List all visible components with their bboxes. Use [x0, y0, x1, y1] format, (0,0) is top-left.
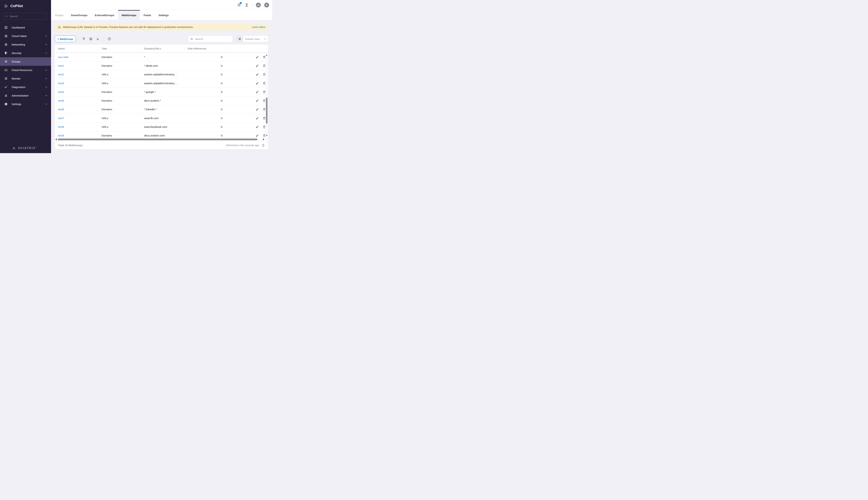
webgroup-name-link[interactable]: test5	[58, 99, 64, 102]
scroll-up-arrow[interactable]	[266, 54, 267, 56]
sidebar-item-cloud-fabric[interactable]: Cloud Fabric	[0, 32, 51, 40]
webgroup-name-link[interactable]: test7	[58, 117, 64, 120]
webgroup-name-cell: test8	[55, 125, 99, 128]
horizontal-scroll-track[interactable]	[58, 138, 261, 140]
edit-icon[interactable]	[256, 73, 259, 76]
column-header-domains[interactable]: Domains/URLs	[142, 47, 185, 50]
webgroup-rule-refs-cell: 0	[185, 56, 227, 59]
table-search-input[interactable]	[195, 37, 230, 41]
sidebar: CoPilot Dashboard Cloud Fabric Networkin…	[0, 0, 51, 153]
webgroup-rule-refs-cell: 0	[185, 108, 227, 111]
column-header-rule-references[interactable]: Rule References	[185, 47, 227, 50]
edit-icon[interactable]	[256, 108, 259, 111]
edit-icon[interactable]	[256, 134, 259, 137]
scroll-right-arrow[interactable]	[263, 138, 264, 140]
table-row: test2 URLs aviatrix.ai/platform/enterp… …	[55, 70, 268, 79]
row-actions	[227, 82, 268, 85]
content: WebGroups (URL Based) is in Preview. Pre…	[51, 20, 272, 153]
app-title: CoPilot	[10, 4, 23, 8]
edit-icon[interactable]	[256, 117, 259, 120]
table-search[interactable]	[188, 36, 233, 42]
aviatrix-logo-text: AVIATRIX®	[18, 146, 37, 150]
sidebar-item-icon	[4, 26, 8, 29]
aviatrix-avatar-icon	[256, 3, 260, 7]
collapse-menu-icon[interactable]	[4, 4, 8, 8]
table-row: test4 Domains *.google.* 0	[55, 88, 268, 96]
column-header-name[interactable]: Name	[55, 47, 99, 50]
webgroup-domains-cell: *	[142, 56, 185, 59]
row-actions	[227, 73, 268, 76]
vertical-scrollbar	[265, 53, 268, 141]
sidebar-item-settings[interactable]: Settings	[0, 100, 51, 108]
webgroup-rule-refs-cell: 0	[185, 82, 227, 85]
horizontal-scroll-thumb[interactable]	[58, 138, 258, 140]
chevron-down-icon	[45, 94, 48, 97]
sidebar-search-input[interactable]	[9, 14, 45, 18]
column-resize-handle[interactable]	[227, 46, 227, 51]
columns-icon[interactable]	[89, 37, 93, 41]
webgroup-name-link[interactable]: test1	[58, 64, 64, 67]
edit-icon[interactable]	[256, 82, 259, 85]
edit-icon[interactable]	[256, 125, 259, 128]
webgroup-name-link[interactable]: test6	[58, 108, 64, 111]
download-icon[interactable]	[95, 37, 100, 41]
tab-groups: Groups	[52, 10, 67, 20]
tasks-hourglass-icon[interactable]	[244, 3, 249, 7]
tab-smartgroups[interactable]: SmartGroups	[67, 10, 91, 20]
user-avatar[interactable]: A	[264, 3, 269, 8]
vertical-scroll-thumb[interactable]	[266, 98, 267, 124]
column-resize-handle[interactable]	[142, 46, 142, 51]
sidebar-item-icon	[4, 68, 8, 72]
tab-settings[interactable]: Settings	[155, 10, 172, 20]
aviatrix-avatar[interactable]	[256, 3, 261, 8]
sidebar-item-cloud-resources[interactable]: Cloud Resources	[0, 66, 51, 74]
edit-icon[interactable]	[256, 64, 259, 67]
webgroup-name-link[interactable]: test4	[58, 90, 64, 93]
notifications-button[interactable]	[237, 3, 241, 7]
search-icon	[5, 15, 8, 18]
chevron-down-icon	[45, 103, 48, 105]
webgroup-name-link[interactable]: test3	[58, 82, 64, 85]
webgroup-domains-cell: www.facebook.com	[142, 125, 185, 128]
toolbar: + WebGroup Default View	[55, 36, 268, 42]
sidebar-item-label: Settings	[12, 103, 45, 106]
sidebar-item-diagnostics[interactable]: Diagnostics	[0, 83, 51, 91]
tab-feeds[interactable]: Feeds	[140, 10, 155, 20]
sidebar-item-security[interactable]: Security	[0, 49, 51, 57]
webgroups-table-card: Name Type Domains/URLs Rule References a…	[55, 45, 268, 149]
preview-warning-banner: WebGroups (URL Based) is in Preview. Pre…	[55, 24, 268, 30]
sidebar-search[interactable]	[3, 13, 48, 20]
webgroup-name-link[interactable]: test9	[58, 134, 64, 137]
sidebar-item-groups[interactable]: Groups	[0, 57, 51, 66]
filter-icon[interactable]	[82, 37, 86, 41]
tab-externalgroups[interactable]: ExternalGroups	[91, 10, 118, 20]
sidebar-item-dashboard[interactable]: Dashboard	[0, 23, 51, 32]
scroll-left-arrow[interactable]	[55, 138, 57, 140]
scroll-down-arrow[interactable]	[266, 135, 267, 136]
webgroup-name-cell: test4	[55, 90, 99, 93]
webgroup-name-link[interactable]: test2	[58, 73, 64, 76]
edit-icon[interactable]	[256, 56, 259, 59]
webgroup-name-link[interactable]: test8	[58, 125, 64, 128]
webgroup-domains-cell: docs.aviatrix.com	[142, 134, 185, 137]
help-icon[interactable]	[107, 37, 112, 41]
sidebar-item-monitor[interactable]: Monitor	[0, 74, 51, 83]
refresh-icon[interactable]	[262, 144, 265, 147]
edit-icon[interactable]	[256, 99, 259, 102]
view-selector[interactable]: Default View	[236, 36, 268, 42]
aviatrix-logo: AVIATRIX®	[11, 146, 37, 150]
column-resize-handle[interactable]	[185, 46, 185, 51]
table-row: any-web Domains * 0	[55, 53, 268, 61]
tab-webgroups[interactable]: WebGroups	[118, 10, 140, 20]
add-webgroup-button[interactable]: + WebGroup	[55, 36, 76, 42]
column-header-type[interactable]: Type	[99, 47, 142, 50]
sidebar-item-icon	[4, 52, 8, 55]
webgroup-rule-refs-cell: 0	[185, 99, 227, 102]
webgroup-name-link[interactable]: any-web	[58, 56, 68, 58]
view-selector-value: Default View	[245, 37, 264, 41]
sidebar-item-administration[interactable]: Administration	[0, 91, 51, 100]
chevron-down-icon	[45, 43, 48, 46]
sidebar-item-networking[interactable]: Networking	[0, 40, 51, 49]
learn-more-link[interactable]: Learn More	[252, 25, 265, 29]
edit-icon[interactable]	[256, 90, 259, 93]
